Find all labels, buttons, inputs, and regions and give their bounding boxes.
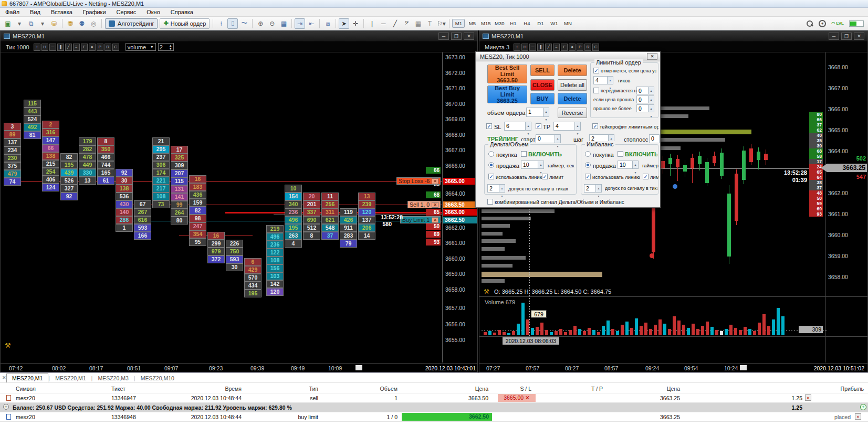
sl-field[interactable]: 6▲▼ — [504, 122, 531, 131]
tp-field[interactable]: 4▲▼ — [553, 122, 581, 131]
column-header[interactable]: T / P — [540, 386, 603, 392]
column-header[interactable]: Тикет — [111, 386, 126, 392]
right-tool-R[interactable]: R — [584, 44, 591, 51]
left-tool-C[interactable]: C — [112, 44, 119, 51]
grid-tool-icon[interactable]: ▦ — [413, 18, 423, 29]
column-header[interactable]: Время — [179, 386, 242, 392]
delta-buy-radio[interactable] — [488, 151, 494, 157]
restore-icon[interactable]: ❐ — [451, 33, 462, 40]
new-chart-icon[interactable]: ▣ — [3, 18, 13, 29]
profiles-dropdown-icon[interactable]: ▾ — [37, 18, 48, 29]
delta-sell-radio[interactable] — [488, 162, 494, 168]
imbalance-tolerance-field[interactable]: 2▲▼ — [584, 184, 602, 193]
left-tool-F[interactable]: F — [81, 44, 88, 51]
delta-timer-field[interactable]: 10▲▼ — [521, 161, 544, 169]
left-tool-─[interactable]: ─ — [49, 44, 56, 51]
left-tool-❚[interactable]: ❚ — [57, 44, 64, 51]
menu-item-Графики[interactable]: Графики — [78, 8, 111, 16]
candles-chart-icon[interactable]: ⌷ — [227, 18, 238, 29]
reverse-button[interactable]: Reverse — [558, 108, 587, 118]
new-chart-dropdown-icon[interactable]: ▾ — [14, 18, 25, 29]
text-tool-icon[interactable]: T — [424, 18, 435, 29]
bars-chart-icon[interactable]: ⫮ — [216, 18, 226, 29]
column-header[interactable]: Объем — [334, 386, 398, 392]
vline-icon[interactable]: ❘ — [367, 18, 377, 29]
cluster-mode-dropdown[interactable]: volume▼ — [126, 43, 156, 51]
imbalance-enable-checkbox[interactable] — [618, 151, 623, 157]
position-sl-cell[interactable]: 3665.00 ✕ — [498, 394, 536, 402]
right-tool-C[interactable]: C — [592, 44, 599, 51]
right-tool-❚[interactable]: ❚ — [537, 44, 544, 51]
delete-order-icon[interactable]: ✕ — [855, 413, 861, 420]
left-tool-R[interactable]: R — [104, 44, 111, 51]
right-tool-F[interactable]: F — [561, 44, 568, 51]
right-tool-╱[interactable]: ╱ — [545, 44, 552, 51]
column-header[interactable]: Прибыль — [801, 386, 864, 392]
left-tool-≡[interactable]: ≡ — [73, 44, 80, 51]
tp-checkbox[interactable]: ✓ — [536, 123, 541, 129]
payments-icon[interactable]: ⛃ — [65, 18, 76, 29]
chart-tools-icon[interactable]: ⚒ — [484, 288, 489, 295]
left-tool-P[interactable]: P — [97, 44, 103, 51]
minimize-icon[interactable]: ─ — [438, 33, 449, 40]
scroll-indicator[interactable] — [355, 365, 362, 370]
delete-all-button[interactable]: Delete all — [558, 79, 587, 91]
zoom-out-icon[interactable]: ⊖ — [267, 18, 277, 29]
menu-item-Справка[interactable]: Справка — [165, 8, 198, 16]
shapes-dropdown-icon[interactable]: ⚐▾ — [436, 18, 446, 29]
chart-save-icon[interactable]: ⧇ — [322, 18, 333, 29]
nomore-sec-field[interactable]: 0▲▼ — [636, 104, 654, 112]
move-checkbox[interactable] — [593, 88, 599, 93]
timeframe-button-H4[interactable]: H4 — [520, 19, 533, 28]
column-header[interactable]: Символ — [16, 386, 36, 392]
buy-limit-label[interactable]: Buy Limit 1✕ — [400, 216, 441, 223]
timeframe-button-M15[interactable]: M15 — [479, 19, 492, 28]
zoom-in-icon[interactable]: ⊕ — [255, 18, 266, 29]
timeframe-button-H1[interactable]: H1 — [507, 19, 519, 28]
search-icon[interactable] — [806, 20, 813, 27]
scroll-indicator[interactable] — [740, 365, 747, 370]
column-header[interactable]: Цена — [617, 386, 680, 392]
cursor-icon[interactable]: ➤ — [339, 18, 349, 29]
timeframe-button-MN[interactable]: MN — [561, 19, 574, 28]
imbalance-line-checkbox[interactable]: ✓ — [585, 174, 591, 179]
close-icon[interactable]: ✕ — [647, 53, 657, 60]
trailing-stop-field[interactable]: 0 — [649, 134, 660, 143]
left-chart-plot[interactable]: 3673.003672.003671.003670.003669.003668.… — [1, 52, 477, 372]
column-header[interactable]: Тип — [255, 386, 318, 392]
close-icon[interactable]: ✕ — [432, 217, 438, 223]
line-chart-icon[interactable]: 〜 — [239, 18, 249, 29]
close-position-button[interactable]: CLOSE — [530, 79, 555, 91]
timeframe-button-D1[interactable]: D1 — [534, 19, 547, 28]
menu-item-Вид[interactable]: Вид — [25, 8, 46, 16]
add-order-icon[interactable]: + — [860, 404, 866, 410]
trailing-start-field[interactable]: 0▲▼ — [536, 134, 561, 143]
account-icon[interactable]: ● — [819, 20, 826, 27]
delta-tolerance-field[interactable]: 2▲▼ — [487, 184, 505, 193]
algo-trading-button[interactable]: Алготрейдинг — [105, 18, 158, 29]
accounts-icon[interactable]: ⚉ — [77, 18, 87, 29]
profiles-icon[interactable]: ⧉ — [26, 18, 36, 29]
imbalance-sell-radio[interactable] — [585, 162, 591, 168]
timeframe-button-M30[interactable]: M30 — [493, 19, 506, 28]
imbalance-limit-checkbox[interactable]: ✓ — [643, 174, 649, 179]
delta-line-checkbox[interactable]: ✓ — [488, 174, 494, 179]
move-ticks-field[interactable]: 0▲▼ — [636, 87, 654, 94]
delta-enable-checkbox[interactable] — [521, 151, 527, 157]
restore-icon[interactable]: ❐ — [841, 33, 852, 40]
close-icon[interactable]: ✕ — [854, 33, 864, 40]
passed-ticks-field[interactable]: 0▲▼ — [636, 95, 654, 103]
new-order-button[interactable]: ✚Новый ордер — [160, 18, 210, 29]
imbalance-buy-radio[interactable] — [585, 151, 591, 157]
right-tool-P[interactable]: P — [577, 44, 583, 51]
column-header[interactable]: S / L — [468, 386, 531, 392]
sell-position-label[interactable]: Sell 1, 0✕ — [407, 201, 441, 208]
sl-checkbox[interactable]: ✓ — [486, 123, 492, 129]
timeframe-button-M1[interactable]: M1 — [452, 19, 465, 28]
auto-scroll-icon[interactable]: ⇥ — [295, 18, 305, 29]
timeframe-button-M5[interactable]: M5 — [466, 19, 478, 28]
imbalance-timer-field[interactable]: 10▲▼ — [618, 161, 639, 169]
trendline-icon[interactable]: ╱ — [390, 18, 400, 29]
right-tool-●[interactable]: ● — [569, 44, 576, 51]
tile-windows-icon[interactable]: ▦ — [278, 18, 289, 29]
